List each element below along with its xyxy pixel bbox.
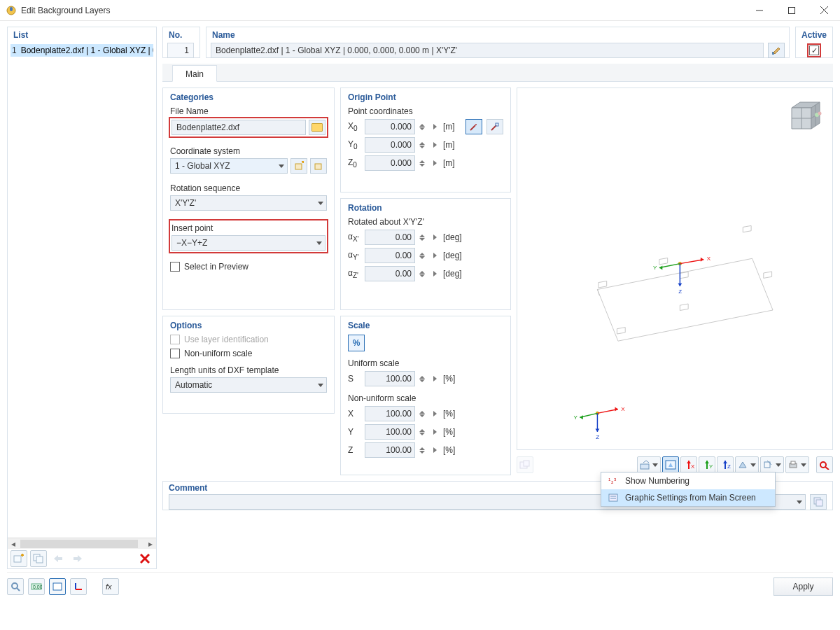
origin-y-spinner[interactable] — [419, 137, 428, 153]
preview-zoom-extents[interactable] — [662, 456, 679, 473]
scale-s-spinner[interactable] — [419, 371, 428, 386]
coord-system-select[interactable]: 1 - Global XYZ — [170, 158, 288, 174]
rotation-seq-select[interactable]: X'Y'Z' — [170, 195, 327, 211]
origin-y-input[interactable]: 0.000 — [365, 137, 415, 153]
new-coordsys-button[interactable] — [290, 158, 307, 174]
name-header: Name — [206, 27, 789, 43]
chevron-down-icon — [279, 164, 284, 168]
scale-y-input[interactable]: 100.00 — [365, 424, 415, 440]
active-checkbox[interactable] — [809, 46, 819, 55]
arrow-right-icon[interactable] — [433, 234, 439, 240]
rot-ax-spinner[interactable] — [419, 230, 428, 245]
nav-next-button — [69, 550, 86, 567]
rot-ax-input[interactable]: 0.00 — [365, 230, 415, 245]
list-panel: List 1 Bodenplatte2.dxf | 1 - Global XYZ… — [7, 27, 157, 569]
origin-x-spinner[interactable] — [419, 119, 428, 134]
nonuniform-scale-checkbox[interactable] — [170, 349, 180, 358]
nonuniform-scale-label: Non-uniform scale — [348, 393, 503, 403]
arrow-right-icon[interactable] — [433, 271, 439, 276]
tab-main[interactable]: Main — [172, 65, 217, 82]
svg-marker-70 — [739, 462, 746, 468]
menu-graphic-settings[interactable]: Graphic Settings from Main Screen — [601, 489, 775, 506]
window-maximize[interactable] — [776, 0, 808, 21]
svg-rect-80 — [609, 494, 617, 501]
tabs: Main — [162, 64, 833, 82]
copy-item-button[interactable] — [30, 550, 47, 567]
preview-shading-menu[interactable] — [735, 456, 759, 473]
preview-view-menu[interactable] — [760, 456, 784, 473]
svg-text:3: 3 — [614, 477, 617, 482]
units-button[interactable]: 0,00 — [28, 578, 45, 595]
use-layer-ident-checkbox — [170, 335, 180, 344]
origin-z-input[interactable]: 0.000 — [365, 155, 415, 171]
pick-point-alt-button[interactable] — [486, 119, 503, 134]
preview-view-y[interactable]: Y — [699, 456, 715, 473]
manage-coordsys-button[interactable] — [310, 158, 327, 174]
dialog-bottom-bar: 0,00 fx Apply — [7, 572, 833, 597]
svg-rect-31 — [743, 225, 751, 232]
svg-rect-74 — [791, 461, 795, 464]
select-in-preview-checkbox[interactable] — [170, 262, 180, 272]
axes-button[interactable] — [70, 578, 87, 595]
apply-button[interactable]: Apply — [774, 578, 833, 596]
options-header: Options — [170, 321, 327, 330]
no-value[interactable]: 1 — [167, 43, 194, 58]
scroll-right-icon[interactable]: ▸ — [145, 538, 156, 550]
scale-percent-toggle[interactable]: % — [348, 335, 365, 351]
nonuniform-scale-label: Non-uniform scale — [184, 349, 252, 358]
menu-show-numbering[interactable]: 123 Show Numbering — [601, 472, 775, 489]
preview-view-x[interactable]: X — [680, 456, 697, 473]
window-close[interactable] — [808, 0, 840, 21]
svg-point-85 — [12, 583, 18, 589]
svg-line-86 — [17, 588, 20, 591]
scale-x-input[interactable]: 100.00 — [365, 406, 415, 421]
view-mode-button[interactable] — [49, 578, 66, 595]
length-units-select[interactable]: Automatic — [170, 377, 327, 393]
svg-rect-58 — [640, 464, 649, 469]
scale-z-input[interactable]: 100.00 — [365, 442, 415, 458]
comment-library-button[interactable] — [810, 494, 827, 510]
rot-az-input[interactable]: 0.00 — [365, 266, 415, 281]
list-toolbar — [8, 549, 156, 568]
new-item-button[interactable] — [10, 550, 27, 567]
scale-s-label: S — [348, 374, 360, 384]
options-panel: Options Use layer identification Non-uni… — [162, 316, 335, 414]
arrow-right-icon[interactable] — [433, 253, 439, 258]
pick-point-button[interactable] — [465, 119, 482, 134]
arrow-right-icon[interactable] — [433, 124, 439, 130]
origin-z-spinner[interactable] — [419, 155, 428, 171]
preview-refresh[interactable] — [816, 456, 833, 473]
horizontal-scrollbar[interactable]: ◂ ▸ — [8, 538, 156, 549]
use-layer-ident-label: Use layer identification — [184, 335, 269, 344]
help-button[interactable] — [7, 578, 24, 595]
svg-rect-8 — [36, 556, 43, 563]
edit-name-button[interactable] — [768, 43, 785, 58]
chevron-down-icon — [318, 384, 323, 387]
arrow-right-icon[interactable] — [433, 142, 439, 148]
browse-file-button[interactable] — [309, 120, 326, 135]
name-field[interactable]: Bodenplatte2.dxf | 1 - Global XYZ | 0.00… — [211, 43, 764, 58]
scale-s-input[interactable]: 100.00 — [365, 371, 415, 386]
svg-text:X: X — [707, 255, 711, 262]
insert-point-select[interactable]: −X−Y+Z — [172, 235, 326, 251]
menu-show-numbering-label: Show Numbering — [625, 476, 690, 486]
file-name-field[interactable]: Bodenplatte2.dxf — [172, 120, 306, 135]
rot-ay-input[interactable]: 0.00 — [365, 248, 415, 263]
rot-ay-spinner[interactable] — [419, 248, 428, 263]
preview-display-menu[interactable] — [637, 456, 661, 473]
coord-system-value: 1 - Global XYZ — [175, 161, 230, 171]
arrow-right-icon[interactable] — [433, 160, 439, 166]
origin-x-input[interactable]: 0.000 — [365, 119, 415, 134]
list-item[interactable]: 1 Bodenplatte2.dxf | 1 - Global XYZ | 0 — [10, 44, 153, 57]
name-panel: Name Bodenplatte2.dxf | 1 - Global XYZ |… — [206, 27, 790, 58]
preview-view-z[interactable]: Z — [717, 456, 734, 473]
script-button[interactable]: fx — [102, 578, 119, 595]
rot-az-spinner[interactable] — [419, 266, 428, 281]
delete-item-button[interactable] — [136, 550, 153, 567]
preview-print-menu[interactable] — [785, 456, 809, 473]
window-minimize[interactable] — [743, 0, 776, 21]
preview-viewport[interactable]: X Y Z X — [517, 88, 833, 450]
scroll-left-icon[interactable]: ◂ — [8, 538, 19, 550]
arrow-right-icon[interactable] — [433, 376, 439, 382]
svg-rect-30 — [659, 258, 668, 264]
